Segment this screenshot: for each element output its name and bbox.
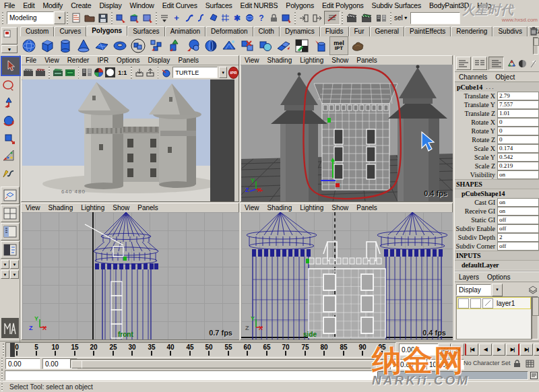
highlight-selection-icon[interactable]: [280, 11, 293, 24]
pv-menu-view[interactable]: View: [241, 57, 263, 64]
menu-edit-polygons[interactable]: Edit Polygons: [318, 1, 368, 9]
shelf-extrude-icon[interactable]: [166, 37, 183, 55]
shelf-sphere-cut-icon[interactable]: [202, 37, 220, 55]
menu-window[interactable]: Window: [126, 1, 158, 9]
input-node-name[interactable]: defaultLayer: [455, 260, 539, 269]
sv-menu-shading[interactable]: Shading: [263, 204, 296, 211]
trash-icon[interactable]: [528, 26, 538, 36]
tab-cloth[interactable]: Cloth: [253, 26, 280, 36]
attr-value[interactable]: 2: [497, 233, 539, 242]
tab-surfaces[interactable]: Surfaces: [127, 26, 164, 36]
attr-value[interactable]: 1.01: [497, 109, 539, 118]
snap-menu-icon[interactable]: [158, 11, 170, 24]
script-editor-icon[interactable]: [530, 371, 538, 380]
command-grip[interactable]: [1, 370, 3, 382]
output-connections-icon[interactable]: [311, 11, 324, 24]
layers-menu[interactable]: Layers: [455, 273, 483, 281]
pv-menu-panels[interactable]: Panels: [352, 57, 381, 64]
tab-fluids[interactable]: Fluids: [320, 26, 349, 36]
layout-shortcut-2-dropdown[interactable]: ▼: [10, 260, 19, 269]
select-hierarchy-icon[interactable]: [114, 11, 127, 24]
last-tool-used[interactable]: [0, 164, 18, 182]
shelf-polyPlane-icon[interactable]: [93, 37, 110, 55]
shelf-wedge-icon[interactable]: [220, 37, 238, 55]
menu-set-selector[interactable]: Modeling: [7, 11, 54, 24]
move-tool[interactable]: [0, 94, 18, 112]
shelf-split-tool-icon[interactable]: [311, 37, 329, 55]
shelf-combine-icon[interactable]: [239, 37, 256, 55]
tab-general[interactable]: General: [370, 26, 405, 36]
tab-subdivs[interactable]: Subdivs: [493, 26, 528, 36]
animation-preferences-icon[interactable]: [524, 359, 535, 368]
step-forward-frame-button[interactable]: ▶|: [520, 344, 533, 356]
divider[interactable]: [111, 12, 113, 24]
attr-value[interactable]: 0: [497, 135, 539, 144]
auto-key-lock-icon[interactable]: [512, 359, 522, 368]
render-canvas[interactable]: 640 480: [22, 79, 239, 201]
shelf-polySphere-icon[interactable]: [20, 37, 38, 55]
step-back-frame-button[interactable]: |◀: [451, 344, 464, 356]
attr-value[interactable]: off: [497, 216, 539, 224]
range-grip[interactable]: [1, 358, 3, 370]
shelf-polyTorus-icon[interactable]: [111, 37, 129, 55]
attr-value[interactable]: 7.557: [497, 100, 539, 109]
rv-menu-panels[interactable]: Panels: [174, 57, 203, 64]
pv-menu-lighting[interactable]: Lighting: [296, 57, 327, 64]
show-channelbox-icon[interactable]: [456, 57, 471, 70]
rv-menu-view[interactable]: View: [40, 57, 63, 64]
shelf-merge-icon[interactable]: [184, 37, 201, 55]
render-current-frame-icon[interactable]: [344, 11, 359, 24]
sv-menu-show[interactable]: Show: [327, 204, 352, 211]
object-menu[interactable]: Object: [491, 73, 519, 81]
renderer-dropdown-icon[interactable]: ▼: [219, 67, 227, 78]
statusline-grip[interactable]: [2, 12, 3, 24]
select-tool[interactable]: [1, 56, 21, 76]
side-canvas[interactable]: side 0.4 fps Y Z X: [241, 212, 453, 339]
sv-menu-view[interactable]: View: [241, 204, 263, 211]
alpha-channel-icon[interactable]: [105, 67, 115, 77]
menu-edit-curves[interactable]: Edit Curves: [158, 1, 201, 9]
tab-deformation[interactable]: Deformation: [205, 26, 253, 36]
attr-value[interactable]: 0.542: [497, 153, 539, 162]
layout-shortcut-1-dropdown[interactable]: ▼: [1, 260, 9, 269]
playback-end-field[interactable]: 100.00: [390, 359, 428, 370]
layout-single-persp-button[interactable]: [1, 187, 20, 204]
menu-file[interactable]: File: [0, 1, 19, 9]
sel-dropdown-icon[interactable]: ▼: [404, 15, 408, 20]
layer-scrollbar[interactable]: [532, 296, 538, 339]
redo-ipr-icon[interactable]: [65, 68, 75, 77]
snap-point-icon[interactable]: [195, 11, 207, 24]
fv-menu-shading[interactable]: Shading: [44, 204, 77, 211]
snap-surface-icon[interactable]: [207, 11, 219, 24]
tab-animation[interactable]: Animation: [165, 26, 205, 36]
attr-value[interactable]: on: [497, 198, 539, 207]
layer-name[interactable]: layer1: [497, 300, 515, 307]
play-forwards-button[interactable]: ▶: [493, 344, 505, 356]
layer-type-toggle[interactable]: [482, 298, 493, 308]
show-both-icon[interactable]: [488, 57, 503, 70]
help-grip[interactable]: [1, 383, 3, 391]
make-live-icon[interactable]: [219, 11, 231, 24]
rv-menu-display[interactable]: Display: [144, 57, 175, 64]
tab-fur[interactable]: Fur: [349, 26, 370, 36]
remove-image-icon[interactable]: [146, 68, 155, 77]
range-slider-handle-left[interactable]: [71, 360, 82, 368]
ipr-render-icon[interactable]: [359, 11, 374, 24]
picker-arrow-icon[interactable]: [529, 57, 538, 69]
step-back-key-button[interactable]: |◀: [465, 344, 478, 356]
menu-display[interactable]: Display: [95, 1, 125, 9]
range-slider-handle-right[interactable]: [376, 360, 387, 368]
shape-node-name[interactable]: pCubeShape14: [455, 189, 539, 198]
ipr-render-view-icon[interactable]: [53, 68, 63, 77]
lock-selection-icon[interactable]: [267, 11, 280, 24]
menu-create[interactable]: Create: [67, 1, 95, 9]
menu-subdiv-surfaces[interactable]: Subdiv Surfaces: [368, 1, 425, 9]
fv-menu-show[interactable]: Show: [108, 204, 133, 211]
tab-painteffects[interactable]: PaintEffects: [404, 26, 451, 36]
layout-hypershade-persp-button[interactable]: [1, 241, 20, 259]
tab-dynamics[interactable]: Dynamics: [280, 26, 320, 36]
shelf-smooth-proxy-icon[interactable]: [129, 37, 147, 55]
pv-menu-show[interactable]: Show: [327, 57, 352, 64]
attr-value[interactable]: 0: [497, 127, 539, 135]
construction-history-icon[interactable]: [324, 11, 340, 25]
